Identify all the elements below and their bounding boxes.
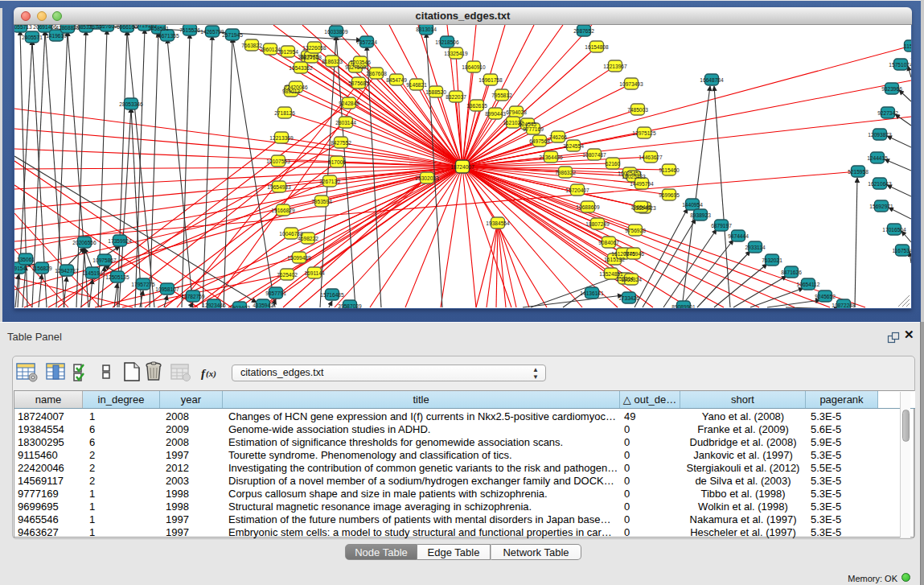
svg-text:16099489: 16099489 xyxy=(287,255,311,261)
svg-text:14265799: 14265799 xyxy=(200,29,224,35)
svg-text:2571945: 2571945 xyxy=(222,32,243,38)
svg-text:7515526: 7515526 xyxy=(179,27,200,33)
svg-text:13226058: 13226058 xyxy=(302,45,326,51)
svg-text:10107553: 10107553 xyxy=(266,159,290,164)
svg-text:14463627: 14463627 xyxy=(639,154,663,160)
svg-text:15716485: 15716485 xyxy=(320,292,344,298)
svg-text:12505135: 12505135 xyxy=(105,274,129,280)
svg-text:9857791: 9857791 xyxy=(265,290,286,296)
svg-text:8813014: 8813014 xyxy=(416,27,437,32)
svg-text:1588520: 1588520 xyxy=(425,89,446,95)
svg-text:16671355: 16671355 xyxy=(155,33,179,39)
svg-text:8427552: 8427552 xyxy=(331,140,351,146)
svg-text:17016504: 17016504 xyxy=(882,227,906,233)
svg-text:4903402: 4903402 xyxy=(229,305,250,309)
svg-text:14495794: 14495794 xyxy=(630,181,654,187)
svg-text:6794028: 6794028 xyxy=(506,109,527,115)
svg-text:1527602: 1527602 xyxy=(97,25,117,29)
svg-text:8454749: 8454749 xyxy=(386,77,407,83)
svg-text:9474444: 9474444 xyxy=(728,233,749,239)
svg-text:3624554: 3624554 xyxy=(563,143,584,149)
svg-text:89089901: 89089901 xyxy=(671,304,696,309)
svg-text:9146821: 9146821 xyxy=(406,82,427,88)
svg-text:7953594: 7953594 xyxy=(311,199,332,204)
svg-text:2867608: 2867608 xyxy=(366,71,387,76)
svg-text:15751074: 15751074 xyxy=(889,62,911,68)
svg-text:62160: 62160 xyxy=(606,161,621,167)
svg-text:21364436: 21364436 xyxy=(539,154,563,160)
svg-text:9242848: 9242848 xyxy=(339,101,359,106)
svg-text:12975125: 12975125 xyxy=(632,130,656,136)
svg-text:8186323: 8186323 xyxy=(322,59,343,64)
svg-text:7357224: 7357224 xyxy=(356,39,377,45)
svg-text:20206556: 20206556 xyxy=(72,240,97,245)
svg-text:17957275: 17957275 xyxy=(131,282,155,287)
svg-text:39154: 39154 xyxy=(14,266,26,271)
svg-text:18640910: 18640910 xyxy=(462,64,486,70)
svg-text:12213967: 12213967 xyxy=(603,64,627,69)
svg-text:10973493: 10973493 xyxy=(619,81,643,87)
svg-text:16782759: 16782759 xyxy=(181,294,205,299)
svg-text:7955812: 7955812 xyxy=(491,93,512,98)
svg-text:9245652: 9245652 xyxy=(815,294,836,299)
svg-text:8322037: 8322037 xyxy=(446,94,466,100)
svg-text:2458591: 2458591 xyxy=(148,26,169,31)
svg-text:14136141: 14136141 xyxy=(580,290,604,296)
svg-text:9756928: 9756928 xyxy=(625,228,646,233)
svg-text:1145194: 1145194 xyxy=(82,270,103,276)
svg-text:7485003: 7485003 xyxy=(627,107,648,113)
svg-text:18724007: 18724007 xyxy=(450,164,474,170)
svg-text:19218506: 19218506 xyxy=(435,39,459,45)
svg-text:8938923: 8938923 xyxy=(690,212,711,218)
svg-text:6497568: 6497568 xyxy=(529,138,550,144)
svg-text:12923446: 12923446 xyxy=(202,303,226,308)
svg-text:5875685: 5875685 xyxy=(348,80,369,86)
svg-text:39587039: 39587039 xyxy=(338,303,362,309)
svg-text:10025433: 10025433 xyxy=(622,174,646,179)
svg-text:4335942: 4335942 xyxy=(253,303,273,308)
svg-text:16543362: 16543362 xyxy=(289,65,313,71)
svg-text:10975867: 10975867 xyxy=(92,257,117,263)
svg-text:10958107: 10958107 xyxy=(155,286,179,292)
svg-text:24055713: 24055713 xyxy=(14,25,32,30)
svg-text:10688609: 10688609 xyxy=(576,204,600,210)
svg-text:9115460: 9115460 xyxy=(659,167,680,173)
svg-text:9327508: 9327508 xyxy=(345,64,366,70)
svg-text:11513: 11513 xyxy=(904,43,911,49)
svg-text:10807487: 10807487 xyxy=(582,152,606,158)
svg-text:1203546: 1203546 xyxy=(350,60,371,65)
svg-text:9699695: 9699695 xyxy=(659,192,680,198)
svg-text:3912954: 3912954 xyxy=(277,49,298,55)
svg-text:2718126: 2718126 xyxy=(274,110,295,116)
svg-text:7986322: 7986322 xyxy=(555,170,576,175)
svg-text:1615132: 1615132 xyxy=(604,257,625,262)
svg-text:(x): (x) xyxy=(206,369,216,379)
svg-text:8471626: 8471626 xyxy=(781,270,802,275)
svg-text:9827508: 9827508 xyxy=(301,55,322,60)
svg-text:19384554: 19384554 xyxy=(486,220,510,226)
svg-text:16154808: 16154808 xyxy=(585,44,609,50)
svg-text:1419610: 1419610 xyxy=(46,33,67,39)
svg-text:3267130: 3267130 xyxy=(319,179,340,184)
svg-text:19166829: 19166829 xyxy=(271,208,295,213)
svg-text:16033809: 16033809 xyxy=(324,29,348,35)
svg-text:5215958: 5215958 xyxy=(848,169,869,175)
svg-text:1965445: 1965445 xyxy=(630,204,651,210)
svg-text:6879197: 6879197 xyxy=(711,223,732,229)
svg-text:8990443: 8990443 xyxy=(485,111,506,117)
svg-text:2933114: 2933114 xyxy=(745,245,766,250)
svg-text:7625402: 7625402 xyxy=(277,272,298,278)
svg-text:28053346: 28053346 xyxy=(119,101,143,107)
svg-text:16961758: 16961758 xyxy=(478,77,503,83)
svg-text:7875946: 7875946 xyxy=(623,251,644,257)
svg-text:1965324: 1965324 xyxy=(621,277,642,282)
svg-text:15692971: 15692971 xyxy=(869,204,893,209)
svg-text:16210643: 16210643 xyxy=(868,181,892,187)
svg-text:2405571: 2405571 xyxy=(22,35,43,40)
svg-text:12213369: 12213369 xyxy=(269,135,294,141)
svg-text:1691144: 1691144 xyxy=(304,270,325,276)
svg-text:25302033: 25302033 xyxy=(415,175,439,181)
svg-text:1156829: 1156829 xyxy=(31,266,52,271)
svg-text:1244415: 1244415 xyxy=(867,155,888,161)
svg-text:1733426: 1733426 xyxy=(618,295,639,301)
